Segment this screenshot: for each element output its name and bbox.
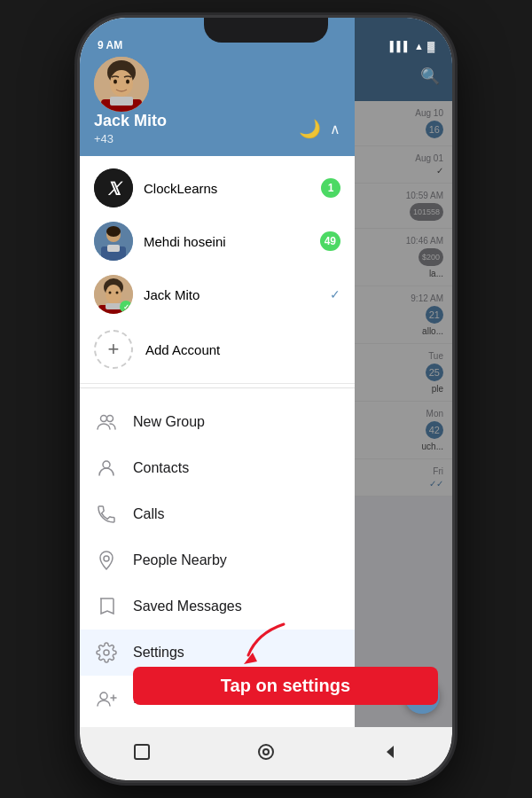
svg-point-11 — [106, 226, 121, 237]
settings-arrow — [231, 615, 301, 672]
account-item-mehdi[interactable]: Mehdi hoseini 49 — [80, 215, 355, 268]
svg-rect-34 — [135, 745, 149, 759]
account-item-jack[interactable]: ✓ Jack Mito ✓ — [80, 268, 355, 321]
svg-point-21 — [109, 292, 112, 294]
menu-item-new-group[interactable]: New Group — [80, 399, 355, 445]
svg-marker-33 — [244, 653, 257, 664]
bottom-nav — [80, 727, 452, 780]
menu-label: New Group — [133, 414, 205, 430]
unread-badge: 49 — [320, 231, 340, 251]
night-mode-icon[interactable]: 🌙 — [299, 118, 321, 139]
account-name: ClockLearns — [144, 181, 310, 196]
account-avatar-clocklearns: 𝕏 — [94, 168, 133, 207]
avatar — [94, 57, 149, 112]
menu-label: People Nearby — [133, 552, 227, 568]
menu-label: Calls — [133, 506, 165, 522]
svg-point-26 — [104, 556, 109, 561]
menu-item-contacts[interactable]: Contacts — [80, 445, 355, 491]
account-avatar-mehdi — [94, 222, 133, 261]
user-name: Jack Mito — [94, 112, 167, 130]
svg-point-22 — [116, 292, 119, 294]
unread-badge: 1 — [321, 178, 340, 198]
add-icon: + — [94, 330, 133, 369]
svg-point-2 — [110, 70, 133, 97]
svg-point-25 — [103, 461, 110, 468]
new-group-icon — [94, 410, 119, 434]
menu-item-calls[interactable]: Calls — [80, 491, 355, 537]
svg-marker-37 — [387, 746, 394, 758]
search-icon[interactable]: 🔍 — [420, 66, 440, 86]
svg-point-24 — [107, 416, 113, 422]
contacts-icon — [94, 456, 119, 481]
notch — [204, 18, 328, 43]
account-name: Jack Mito — [144, 287, 319, 302]
invite-friends-icon — [94, 686, 119, 711]
svg-point-18 — [106, 285, 121, 304]
account-item-clocklearns[interactable]: 𝕏 ClockLearns 1 — [80, 161, 355, 215]
add-account-item[interactable]: + Add Account — [80, 321, 355, 378]
selected-indicator: ✓ — [330, 287, 340, 301]
add-account-label: Add Account — [145, 342, 340, 357]
saved-messages-icon — [94, 594, 119, 619]
calls-icon — [94, 502, 119, 527]
status-icons: ▌▌▌ ▲ ▓ — [390, 41, 434, 51]
selected-check: ✓ — [120, 301, 132, 313]
menu-label: Saved Messages — [133, 598, 242, 614]
svg-point-5 — [113, 80, 117, 84]
nav-back-button[interactable] — [376, 738, 404, 766]
screen: 🔍 Aug 10 16 Aug 01 ✓ 10:59 AM 101558 10:… — [80, 18, 452, 780]
status-time: 9 AM — [98, 39, 122, 51]
user-phone: +43 — [94, 132, 167, 145]
nav-square-button[interactable] — [128, 738, 156, 766]
account-avatar-jack: ✓ — [94, 275, 133, 314]
account-name: Mehdi hoseini — [144, 234, 309, 249]
account-switcher: 𝕏 ClockLearns 1 — [80, 156, 355, 384]
svg-point-6 — [126, 80, 129, 84]
divider — [80, 387, 355, 388]
svg-point-36 — [263, 749, 269, 755]
menu-item-people-nearby[interactable]: People Nearby — [80, 537, 355, 583]
menu-item-saved-messages[interactable]: Saved Messages — [80, 583, 355, 630]
chevron-up-icon[interactable]: ∧ — [330, 121, 340, 137]
svg-point-15 — [115, 234, 117, 236]
svg-point-23 — [101, 416, 107, 422]
header-name-row: Jack Mito +43 🌙 ∧ — [94, 112, 340, 145]
signal-icon: ▌▌▌ — [390, 41, 411, 51]
svg-point-27 — [104, 650, 109, 655]
settings-icon — [94, 640, 119, 665]
phone-frame: 🔍 Aug 10 16 Aug 01 ✓ 10:59 AM 101558 10:… — [80, 18, 452, 780]
navigation-drawer: Jack Mito +43 🌙 ∧ 𝕏 — [80, 18, 355, 727]
svg-rect-13 — [107, 245, 120, 252]
wifi-icon: ▲ — [414, 41, 424, 51]
tap-on-settings-banner: Tap on settings — [133, 667, 438, 705]
battery-icon: ▓ — [427, 41, 434, 51]
svg-rect-4 — [110, 97, 133, 106]
annotation-text: Tap on settings — [221, 676, 350, 696]
svg-point-14 — [110, 234, 112, 236]
people-nearby-icon — [94, 548, 119, 573]
nav-home-button[interactable] — [252, 738, 280, 766]
menu-label: Contacts — [133, 460, 189, 476]
svg-point-35 — [259, 745, 273, 759]
menu-label: Settings — [133, 645, 184, 661]
svg-point-28 — [100, 692, 107, 700]
